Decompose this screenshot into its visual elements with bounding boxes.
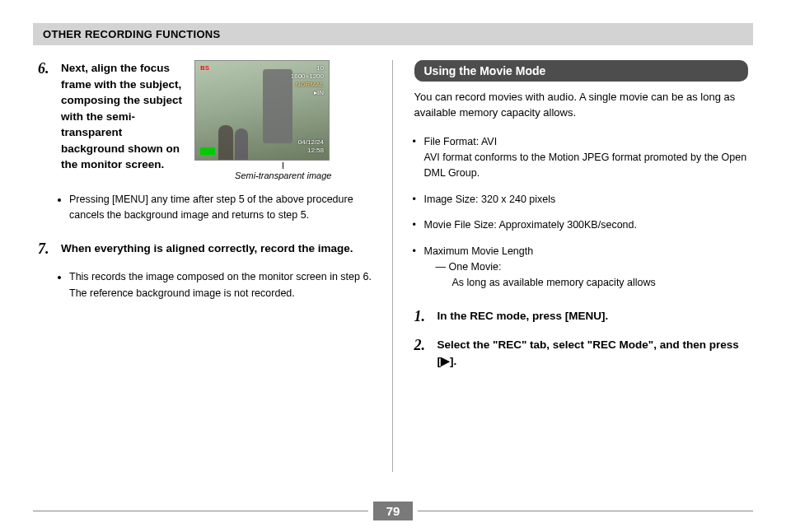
- callout-line-icon: [283, 162, 283, 169]
- date-label: 04/12/24: [298, 138, 324, 147]
- spec-label: Maximum Movie Length: [424, 245, 534, 257]
- left-column: 6. Next, align the focus frame with the …: [33, 60, 393, 472]
- monitor-datetime: 04/12/24 12:58: [298, 138, 324, 155]
- spec-file-size: Movie File Size: Approximately 300KB/sec…: [416, 217, 749, 233]
- spec-label: File Format: AVI: [424, 136, 498, 147]
- section-header: OTHER RECORDING FUNCTIONS: [33, 23, 753, 45]
- spec-subitem: — One Movie: As long as available memory…: [424, 259, 749, 292]
- note-item: This records the image composed on the m…: [69, 269, 372, 301]
- step-number: 7.: [38, 240, 54, 259]
- spec-max-length: Maximum Movie Length — One Movie: As lon…: [416, 244, 749, 292]
- person-shape: [218, 125, 233, 160]
- dash-text: As long as available memory capacity all…: [436, 275, 749, 291]
- step-6-notes: Pressing [MENU] any time after step 5 of…: [69, 192, 372, 224]
- step-6: 6. Next, align the focus frame with the …: [38, 60, 372, 180]
- monitor-screenshot: BS 10 1600×1200 NORMAL ▸IN: [194, 60, 330, 161]
- footer-rule-right: [418, 511, 753, 511]
- step-number: 1.: [414, 308, 431, 326]
- spec-detail: AVI format conforms to the Motion JPEG f…: [424, 152, 747, 179]
- step-7-text: When everything is aligned correctly, re…: [61, 240, 372, 259]
- step-6-text: Next, align the focus frame with the sub…: [61, 60, 185, 173]
- movie-mode-specs: File Format: AVI AVI format conforms to …: [416, 134, 749, 292]
- step-number: 2.: [414, 337, 431, 369]
- footer-rule-left: [33, 511, 368, 511]
- page-number: 79: [373, 502, 414, 520]
- battery-icon: [200, 147, 215, 155]
- movie-step-2-text: Select the "REC" tab, select "REC Mode",…: [437, 337, 749, 369]
- right-column: Using the Movie Mode You can record movi…: [393, 60, 754, 472]
- bs-indicator-icon: BS: [200, 64, 209, 72]
- spec-file-format: File Format: AVI AVI format conforms to …: [416, 134, 749, 182]
- step-7-notes: This records the image composed on the m…: [69, 269, 372, 301]
- movie-step-1-text: In the REC mode, press [MENU].: [437, 308, 749, 326]
- dash-label: — One Movie:: [436, 259, 502, 275]
- step-body: Next, align the focus frame with the sub…: [61, 60, 372, 180]
- step-7: 7. When everything is aligned correctly,…: [38, 240, 372, 259]
- time-label: 12:58: [298, 147, 324, 155]
- movie-step-2: 2. Select the "REC" tab, select "REC Mod…: [414, 337, 749, 369]
- storage-label: ▸IN: [291, 89, 324, 97]
- page-footer: 79: [33, 502, 753, 520]
- movie-mode-heading: Using the Movie Mode: [414, 60, 749, 82]
- monitor-overlay-info: 10 1600×1200 NORMAL ▸IN: [291, 64, 324, 97]
- shots-remaining: 10: [291, 64, 324, 72]
- lantern-shape: [263, 69, 292, 143]
- resolution-label: 1600×1200: [291, 72, 324, 81]
- quality-label: NORMAL: [291, 81, 324, 89]
- person-shape-2: [235, 128, 248, 160]
- figure-caption: Semi-transparent image: [194, 170, 372, 180]
- step-number: 6.: [38, 60, 54, 180]
- spec-image-size: Image Size: 320 x 240 pixels: [416, 192, 749, 208]
- movie-step-1: 1. In the REC mode, press [MENU].: [414, 308, 749, 326]
- movie-mode-intro: You can record movies with audio. A sing…: [414, 90, 749, 121]
- note-item: Pressing [MENU] any time after step 5 of…: [69, 192, 372, 224]
- monitor-figure: BS 10 1600×1200 NORMAL ▸IN: [194, 60, 372, 180]
- content-columns: 6. Next, align the focus frame with the …: [33, 60, 753, 472]
